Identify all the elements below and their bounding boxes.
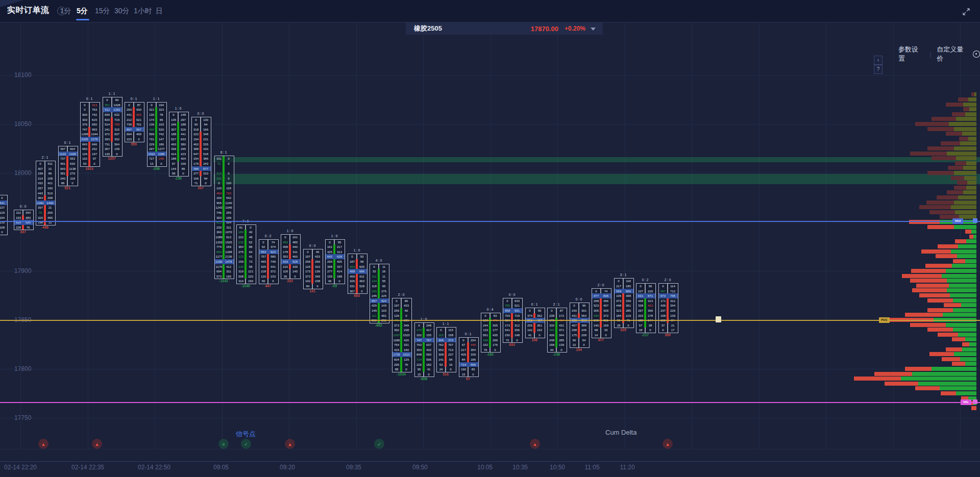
footprint-candle[interactable]: 0631834762443051331775614353482961521767… (481, 313, 501, 353)
footprint-row: 580 (169, 171, 188, 176)
footprint-candle[interactable]: 0744778362584965234073053094433722652111… (592, 288, 611, 338)
ask-volume: 312 (513, 323, 522, 328)
footprint-row: 388420 (192, 146, 211, 152)
panel-expand-button[interactable]: › (874, 56, 883, 65)
tab-5分[interactable]: 5分 (77, 7, 88, 16)
signal-icon[interactable]: ✓ (374, 439, 384, 449)
collapse-icon[interactable] (962, 7, 971, 16)
footprint-row: 297366 (636, 308, 655, 313)
ask-volume: 1400 (46, 201, 55, 205)
orderflow-chart[interactable]: 1810018050180001795017900178501780017750… (0, 22, 980, 477)
footprint-row: 561435 (481, 333, 500, 338)
footprint-row: 20052276 (81, 137, 100, 142)
gear-icon[interactable] (973, 51, 980, 58)
footprint-row: 0148 (169, 112, 188, 117)
footprint-row: 133177 (481, 328, 500, 333)
bid-volume: 238 (548, 314, 556, 318)
footprint-candle[interactable]: 096374362531497255361102152410 (525, 308, 545, 338)
tab-日[interactable]: 日 (156, 7, 163, 16)
tab-1小时[interactable]: 1小时 (134, 7, 152, 16)
ask-volume: 483 (24, 216, 33, 220)
footprint-candle[interactable]: 0931875826360545868645961132646333152836… (348, 254, 368, 294)
ask-volume: 237 (447, 353, 455, 357)
footprint-candle[interactable]: 0114467712673795171312436344237226158139… (658, 283, 678, 333)
footprint-candle[interactable]: 0603511028512126269963282071951479924131… (103, 97, 122, 157)
signal-icon[interactable]: ≡ (218, 439, 229, 449)
bid-volume: 0 (169, 113, 178, 117)
footprint-row: 747767 (415, 338, 434, 343)
custom-volprice-button[interactable]: 自定义量价 (937, 45, 970, 63)
volume-profile-bar (942, 357, 976, 361)
footprint-row: 240118 (59, 176, 78, 181)
vp-buy-segment (949, 284, 976, 288)
footprint-candle[interactable]: 0248174417202155747767763637353432848560… (414, 322, 434, 378)
footprint-candle[interactable]: 0511307211998621415833242125719044351936… (36, 161, 56, 225)
volume-profile-bar (951, 176, 976, 180)
symbol-selector[interactable]: 橡胶2505 17870.00 +0.20% (406, 22, 603, 35)
ask-volume: 232 (90, 147, 99, 151)
signal-icon[interactable]: ✓ (241, 439, 251, 449)
footprint-candle[interactable]: 0562372266316714483133384222973662031781… (636, 283, 656, 333)
footprint-candle[interactable]: 0194321323130781746513610349052059974273… (147, 102, 167, 167)
footprint-candle[interactable]: 0130936431816622234819423146253538842064… (191, 117, 211, 186)
footprint-candle[interactable]: 0313076390074230361537665074799312681044… (80, 102, 100, 167)
footprint-candle[interactable]: 0148135297246188307526188441527633493380… (169, 112, 189, 177)
footprint-row: 5316 (437, 362, 456, 367)
footprint-row: 110344 (14, 210, 33, 215)
footprint-candle[interactable]: 3979241122102873755349163094311383812762… (58, 146, 78, 186)
footprint-candle[interactable]: 0113326111111345511865205275245225657624… (370, 264, 389, 323)
footprint-candle[interactable]: 0745237455362375758046574932544121837212… (259, 239, 279, 284)
ask-volume: 121 (247, 269, 255, 273)
ask-volume: 185 (624, 284, 633, 288)
ask-volume: 76 (402, 363, 411, 367)
footprint-candle[interactable]: 0872609304416912126217367018975676944002… (125, 102, 144, 142)
footprint-candle[interactable]: 3310710314029100130120118454726160542955… (214, 156, 234, 279)
param-settings-button[interactable]: 参数设置 (898, 45, 925, 63)
ask-volume: 311 (225, 225, 233, 230)
signal-up-icon[interactable]: ▲ (285, 439, 295, 449)
footprint-candle[interactable]: 11034419348362058522876 (14, 210, 34, 230)
tab-15分[interactable]: 15分 (95, 7, 110, 16)
bid-volume: 703 (503, 314, 512, 318)
candle-imbalance-header: 1 : 0 (325, 234, 344, 238)
ask-volume: 0 (646, 328, 655, 332)
footprint-candle[interactable]: 0872381721724643304313423714363442482851… (547, 308, 567, 353)
footprint-candle[interactable]: 0951612174253136426282944053983372774141… (325, 239, 345, 284)
ask-volume: 520 (157, 128, 166, 132)
footprint-row: 11221028 (59, 152, 78, 157)
bid-volume: 0 (304, 250, 312, 254)
footprint-candle[interactable]: 0962403014315646355934073892982451752089… (570, 303, 590, 347)
x-axis-label: 10:35 (512, 464, 528, 471)
ask-volume: 118 (225, 186, 233, 190)
bid-volume: 275 (237, 250, 246, 254)
footprint-candle[interactable]: 2330899541310137284129351194207135152108… (0, 195, 8, 235)
panel-help-button[interactable]: ? (874, 65, 883, 74)
bid-volume: 393 (215, 216, 224, 220)
footprint-candle[interactable]: 6101804022248235523648827564123411597313… (236, 224, 256, 284)
footprint-row: 074 (259, 240, 278, 245)
signal-up-icon[interactable]: ▲ (663, 439, 673, 449)
signal-up-icon[interactable]: ▲ (38, 439, 48, 449)
ask-volume: 63 (491, 314, 500, 318)
candle-imbalance-header: 0 : 1 (125, 97, 143, 101)
signal-up-icon[interactable]: ▲ (530, 439, 540, 449)
vp-sell-segment (951, 176, 964, 180)
footprint-row: 323285 (615, 308, 633, 313)
footprint-row: 508220 (237, 274, 256, 279)
vp-buy-segment (968, 137, 976, 141)
vp-sell-segment (952, 362, 965, 366)
footprint-candle[interactable]: 0204674402173544053398418671459619083150 (459, 337, 479, 378)
footprint-candle[interactable]: 0451974332562661263101731363733491922388… (303, 249, 323, 289)
volume-profile-bar (921, 249, 976, 254)
footprint-row: 3670 (348, 289, 367, 294)
footprint-candle[interactable]: 0115115158306370762707553713308237141945… (436, 327, 456, 372)
tab-1分[interactable]: 1分 (60, 7, 71, 16)
signal-up-icon[interactable]: ▲ (92, 439, 102, 449)
footprint-candle[interactable]: 0101453485458440178311353460416528216339… (281, 234, 301, 279)
tab-30分[interactable]: 30分 (114, 7, 130, 16)
footprint-candle[interactable]: 0861974332566612607313637334939223810371… (392, 298, 412, 372)
footprint-row: 140169 (592, 323, 611, 328)
ask-volume: 1277 (157, 147, 166, 151)
ask-volume: 707 (447, 343, 455, 347)
ask-volume: 0 (335, 279, 344, 283)
